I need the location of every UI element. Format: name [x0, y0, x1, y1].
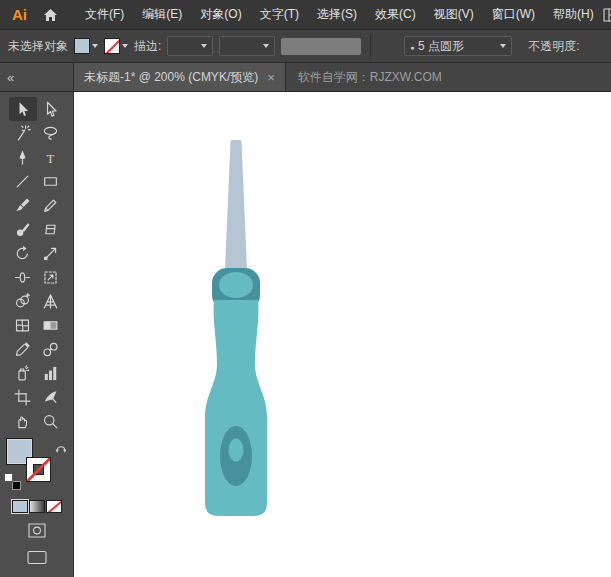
none-mode-button[interactable] — [46, 500, 62, 513]
menu-item-object[interactable]: 对象(O) — [191, 6, 250, 23]
tool-artboard[interactable] — [9, 385, 37, 409]
stroke-dropdown-icon[interactable] — [122, 44, 128, 48]
stroke-color-control[interactable] — [104, 38, 128, 54]
site-watermark: 软件自学网：RJZXW.COM — [298, 63, 442, 91]
tool-type[interactable]: T — [37, 145, 65, 169]
hand-icon — [14, 413, 31, 430]
menu-item-window[interactable]: 窗口(W) — [483, 6, 544, 23]
menu-item-select[interactable]: 选择(S) — [308, 6, 366, 23]
tool-lasso[interactable] — [37, 121, 65, 145]
tool-hand[interactable] — [9, 409, 37, 433]
tool-scale[interactable] — [37, 241, 65, 265]
width-icon — [14, 269, 31, 286]
none-slash-icon — [104, 38, 120, 54]
none-slash-icon — [46, 500, 62, 513]
opacity-label: 不透明度: — [528, 38, 579, 55]
gradient-icon — [42, 317, 59, 334]
tool-pen[interactable] — [9, 145, 37, 169]
tool-slice[interactable] — [37, 385, 65, 409]
color-mode-button[interactable] — [12, 500, 28, 513]
toolbar-stroke-swatch[interactable] — [26, 457, 51, 482]
menu-item-effect[interactable]: 效果(C) — [366, 6, 425, 23]
menu-item-help[interactable]: 帮助(H) — [544, 6, 603, 23]
swap-fill-stroke-icon[interactable] — [55, 440, 67, 458]
tool-column-graph[interactable] — [37, 361, 65, 385]
tool-symbol-sprayer[interactable] — [9, 361, 37, 385]
screen-mode-button[interactable] — [26, 549, 48, 565]
menu-items: 文件(F)编辑(E)对象(O)文字(T)选择(S)效果(C)视图(V)窗口(W)… — [76, 6, 603, 23]
chevron-down-icon — [263, 44, 269, 48]
symbol-sprayer-icon — [14, 365, 31, 382]
eraser-icon — [42, 221, 59, 238]
tool-free-transform[interactable] — [37, 265, 65, 289]
document-tab-title: 未标题-1* @ 200% (CMYK/预览) — [84, 69, 258, 86]
tool-blob-brush[interactable] — [9, 217, 37, 241]
document-tab[interactable]: 未标题-1* @ 200% (CMYK/预览) × — [74, 63, 286, 91]
tool-gradient[interactable] — [37, 313, 65, 337]
fill-dropdown-icon[interactable] — [92, 44, 98, 48]
type-icon: T — [42, 149, 59, 166]
lasso-icon — [42, 125, 59, 142]
tool-direct-selection[interactable] — [37, 97, 65, 121]
home-icon[interactable] — [43, 8, 58, 22]
tools-panel: T — [0, 92, 74, 577]
tool-zoom[interactable] — [37, 409, 65, 433]
fill-swatch[interactable] — [74, 38, 90, 54]
brush-tip-dot-icon: ● — [410, 44, 414, 51]
rectangle-icon — [42, 173, 59, 190]
shape-builder-icon — [14, 293, 31, 310]
control-bar: 未选择对象 描边: ● 5 点圆形 不透明度: — [0, 30, 611, 63]
brush-tip-shape[interactable] — [225, 140, 247, 268]
menu-item-edit[interactable]: 编辑(E) — [133, 6, 191, 23]
tool-perspective-grid[interactable] — [37, 289, 65, 313]
slice-icon — [42, 389, 59, 406]
rotate-icon — [14, 245, 31, 262]
menu-item-type[interactable]: 文字(T) — [251, 6, 308, 23]
variable-width-profile-select[interactable] — [219, 36, 275, 56]
pencil-icon — [42, 197, 59, 214]
perspective-grid-icon — [42, 293, 59, 310]
direct-selection-icon — [42, 101, 59, 118]
toothbrush-artwork[interactable] — [126, 132, 346, 532]
selection-icon — [14, 101, 31, 118]
column-graph-icon — [42, 365, 59, 382]
fill-color-control[interactable] — [74, 38, 98, 54]
tool-shape-builder[interactable] — [9, 289, 37, 313]
menu-item-view[interactable]: 视图(V) — [425, 6, 483, 23]
tool-line-segment[interactable] — [9, 169, 37, 193]
tool-paintbrush[interactable] — [9, 193, 37, 217]
tool-rotate[interactable] — [9, 241, 37, 265]
menu-bar: Ai 文件(F)编辑(E)对象(O)文字(T)选择(S)效果(C)视图(V)窗口… — [0, 0, 611, 30]
brush-preview-box[interactable] — [281, 38, 361, 55]
tool-selection[interactable] — [9, 97, 37, 121]
tool-grid: T — [0, 92, 73, 433]
workspace-switcher-icon[interactable] — [603, 8, 611, 22]
toolbar-collapse-button[interactable]: « — [0, 63, 74, 91]
tool-eyedropper[interactable] — [9, 337, 37, 361]
tool-mesh[interactable] — [9, 313, 37, 337]
zoom-icon — [42, 413, 59, 430]
mesh-icon — [14, 317, 31, 334]
brush-definition-select[interactable]: ● 5 点圆形 — [404, 36, 512, 56]
pen-icon — [14, 149, 31, 166]
brush-collar-highlight[interactable] — [219, 272, 253, 298]
tab-close-icon[interactable]: × — [267, 70, 275, 85]
menu-item-file[interactable]: 文件(F) — [76, 6, 133, 23]
tool-magic-wand[interactable] — [9, 121, 37, 145]
scale-icon — [42, 245, 59, 262]
tool-rectangle[interactable] — [37, 169, 65, 193]
fill-stroke-widget — [0, 437, 73, 495]
default-fill-stroke-icon[interactable] — [4, 473, 21, 490]
tool-eraser[interactable] — [37, 217, 65, 241]
stroke-swatch[interactable] — [104, 38, 120, 54]
brush-button-inner[interactable] — [229, 439, 244, 462]
draw-normal-mode-button[interactable] — [27, 522, 47, 538]
tool-blend[interactable] — [37, 337, 65, 361]
gradient-mode-button[interactable] — [29, 500, 45, 513]
canvas[interactable] — [74, 92, 611, 577]
tool-pencil[interactable] — [37, 193, 65, 217]
tool-width[interactable] — [9, 265, 37, 289]
divider — [370, 35, 371, 57]
stroke-weight-select[interactable] — [167, 36, 213, 56]
selection-status: 未选择对象 — [8, 38, 68, 55]
